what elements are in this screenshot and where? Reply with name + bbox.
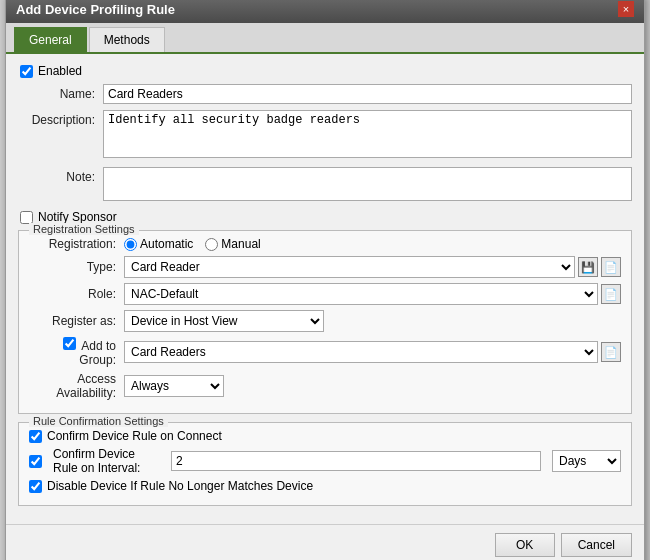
radio-automatic-label: Automatic [124,237,193,251]
type-label: Type: [29,260,124,274]
confirm-interval-row: Confirm Device Rule on Interval: Days Ho… [29,447,621,475]
ok-button[interactable]: OK [495,533,555,557]
note-field-container [103,167,632,204]
radio-manual[interactable] [205,238,218,251]
interval-value-input[interactable] [171,451,541,471]
register-as-row: Register as: Device in Host View [29,310,621,332]
bottom-bar: OK Cancel [6,524,644,560]
description-field-container: Identify all security badge readers [103,110,632,161]
disable-checkbox[interactable] [29,480,42,493]
disable-label: Disable Device If Rule No Longer Matches… [47,479,313,493]
add-to-group-checkbox[interactable] [63,337,76,350]
role-row: Role: NAC-Default 📄 [29,283,621,305]
confirmation-section-title: Rule Confirmation Settings [29,415,168,427]
radio-automatic[interactable] [124,238,137,251]
access-control: Always [124,375,621,397]
confirmation-section: Rule Confirmation Settings Confirm Devic… [18,422,632,506]
name-row: Name: [18,84,632,104]
confirm-interval-label: Confirm Device Rule on Interval: [53,447,160,475]
disable-row: Disable Device If Rule No Longer Matches… [29,479,621,493]
name-input[interactable] [103,84,632,104]
confirm-interval-checkbox[interactable] [29,455,42,468]
access-select[interactable]: Always [124,375,224,397]
enabled-checkbox[interactable] [20,65,33,78]
type-control: Card Reader 💾 📄 [124,256,621,278]
radio-automatic-text: Automatic [140,237,193,251]
group-add-button[interactable]: 📄 [601,342,621,362]
access-row: Access Availability: Always [29,372,621,400]
role-add-button[interactable]: 📄 [601,284,621,304]
registration-section: Registration Settings Registration: Auto… [18,230,632,414]
access-label: Access Availability: [29,372,124,400]
registration-radio-row: Registration: Automatic Manual [29,237,621,251]
add-to-group-control: Card Readers 📄 [124,341,621,363]
radio-manual-label: Manual [205,237,260,251]
notify-sponsor-row: Notify Sponsor [20,210,632,224]
cancel-button[interactable]: Cancel [561,533,632,557]
enabled-label: Enabled [38,64,82,78]
confirm-connect-checkbox[interactable] [29,430,42,443]
role-control: NAC-Default 📄 [124,283,621,305]
type-select[interactable]: Card Reader [124,256,575,278]
add-to-group-select[interactable]: Card Readers [124,341,598,363]
radio-manual-text: Manual [221,237,260,251]
registration-label: Registration: [29,237,124,251]
title-bar: Add Device Profiling Rule × [6,0,644,23]
confirm-connect-row: Confirm Device Rule on Connect [29,429,621,443]
form-content: Enabled Name: Description: Identify all … [6,54,644,524]
add-to-group-label: Add to Group: [29,337,124,367]
register-as-select[interactable]: Device in Host View [124,310,324,332]
type-save-button[interactable]: 💾 [578,257,598,277]
close-button[interactable]: × [618,1,634,17]
note-label: Note: [18,167,103,184]
registration-section-title: Registration Settings [29,223,139,235]
type-row: Type: Card Reader 💾 📄 [29,256,621,278]
role-label: Role: [29,287,124,301]
dialog: Add Device Profiling Rule × General Meth… [5,0,645,560]
enabled-row: Enabled [20,64,632,78]
register-as-label: Register as: [29,314,124,328]
note-input[interactable] [103,167,632,201]
confirm-connect-label: Confirm Device Rule on Connect [47,429,222,443]
note-row: Note: [18,167,632,204]
tab-methods[interactable]: Methods [89,27,165,52]
interval-unit-select[interactable]: Days Hours Minutes [552,450,621,472]
description-row: Description: Identify all security badge… [18,110,632,161]
notify-sponsor-label: Notify Sponsor [38,210,117,224]
description-label: Description: [18,110,103,127]
type-add-button[interactable]: 📄 [601,257,621,277]
name-label: Name: [18,84,103,101]
notify-sponsor-checkbox[interactable] [20,211,33,224]
name-field-container [103,84,632,104]
description-input[interactable]: Identify all security badge readers [103,110,632,158]
registration-radio-group: Automatic Manual [124,237,621,251]
add-to-group-row: Add to Group: Card Readers 📄 [29,337,621,367]
register-as-control: Device in Host View [124,310,621,332]
role-select[interactable]: NAC-Default [124,283,598,305]
tab-general[interactable]: General [14,27,87,52]
dialog-title: Add Device Profiling Rule [16,2,175,17]
tab-bar: General Methods [6,23,644,54]
